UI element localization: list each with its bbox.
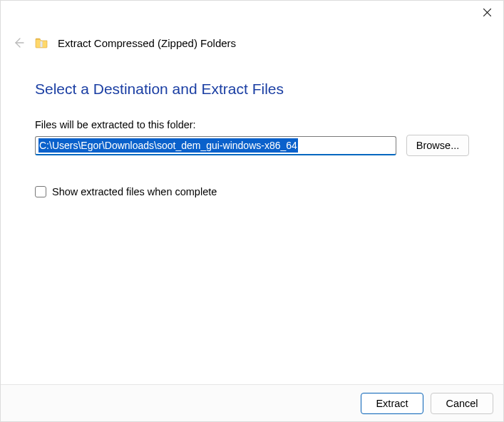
destination-input[interactable]: C:\Users\Egor\Downloads\soot_dem_gui-win… <box>35 136 396 155</box>
close-icon <box>483 9 491 16</box>
wizard-title: Extract Compressed (Zipped) Folders <box>58 37 236 49</box>
browse-button[interactable]: Browse... <box>406 135 469 156</box>
wizard-header: Extract Compressed (Zipped) Folders <box>8 36 496 49</box>
extract-button[interactable]: Extract <box>361 393 423 414</box>
destination-input-value: C:\Users\Egor\Downloads\soot_dem_gui-win… <box>38 138 298 153</box>
back-arrow-icon <box>12 36 25 49</box>
wizard-body: Select a Destination and Extract Files F… <box>35 71 469 197</box>
show-extracted-row: Show extracted files when complete <box>35 186 469 197</box>
destination-label: Files will be extracted to this folder: <box>35 119 469 130</box>
wizard-footer: Extract Cancel <box>1 384 503 421</box>
instruction-heading: Select a Destination and Extract Files <box>35 81 469 98</box>
zipped-folder-icon <box>35 37 48 48</box>
cancel-button[interactable]: Cancel <box>431 393 493 414</box>
back-button[interactable] <box>12 36 25 49</box>
show-extracted-checkbox[interactable] <box>35 186 46 197</box>
destination-row: C:\Users\Egor\Downloads\soot_dem_gui-win… <box>35 135 469 156</box>
extract-wizard-window: Extract Compressed (Zipped) Folders Sele… <box>0 0 504 422</box>
close-button[interactable] <box>470 1 503 24</box>
show-extracted-label: Show extracted files when complete <box>52 186 217 197</box>
